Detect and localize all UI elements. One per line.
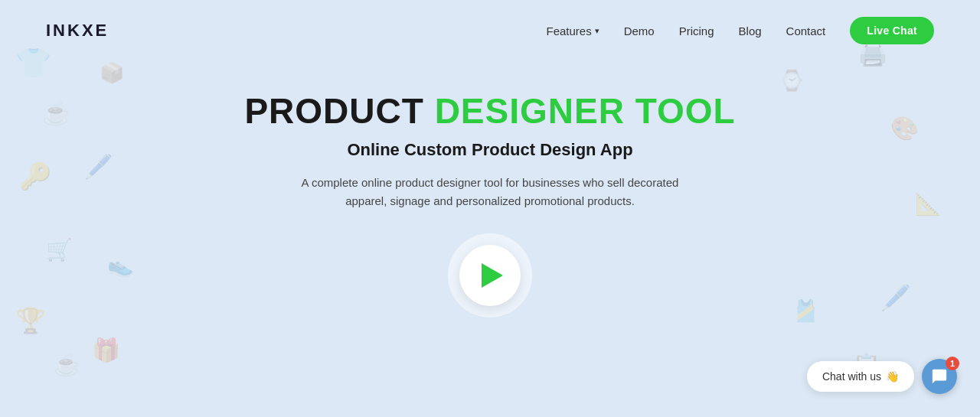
nav-links: Features Demo Pricing Blog Contact Live … xyxy=(546,17,934,44)
nav-demo[interactable]: Demo xyxy=(624,24,655,37)
nav-contact[interactable]: Contact xyxy=(786,24,826,37)
hero-subtitle: Online Custom Product Design App xyxy=(347,140,632,160)
hero-title-green: DESIGNER TOOL xyxy=(435,91,736,131)
play-icon xyxy=(482,263,503,288)
chat-bubble-text: Chat with us xyxy=(822,370,881,383)
notification-badge: 1 xyxy=(946,357,959,370)
chat-message-icon xyxy=(931,368,948,385)
hero-title-black: PRODUCT xyxy=(244,91,423,131)
nav-blog[interactable]: Blog xyxy=(739,24,762,37)
chat-wave-emoji: 👋 xyxy=(886,370,899,383)
hero-description: A complete online product designer tool … xyxy=(283,174,697,210)
play-button[interactable] xyxy=(448,233,532,318)
nav-features[interactable]: Features xyxy=(546,24,599,37)
hero-title: PRODUCT DESIGNER TOOL xyxy=(244,92,735,131)
navbar: INKXE Features Demo Pricing Blog Contact… xyxy=(0,0,980,61)
chat-icon-button[interactable]: 1 xyxy=(922,359,957,394)
play-button-inner-circle xyxy=(459,245,521,306)
logo[interactable]: INKXE xyxy=(46,21,109,41)
hero-section: PRODUCT DESIGNER TOOL Online Custom Prod… xyxy=(0,61,980,318)
live-chat-button[interactable]: Live Chat xyxy=(850,17,934,44)
chat-bubble[interactable]: Chat with us 👋 xyxy=(807,361,914,392)
nav-pricing[interactable]: Pricing xyxy=(679,24,714,37)
chat-widget: Chat with us 👋 1 xyxy=(807,359,957,394)
